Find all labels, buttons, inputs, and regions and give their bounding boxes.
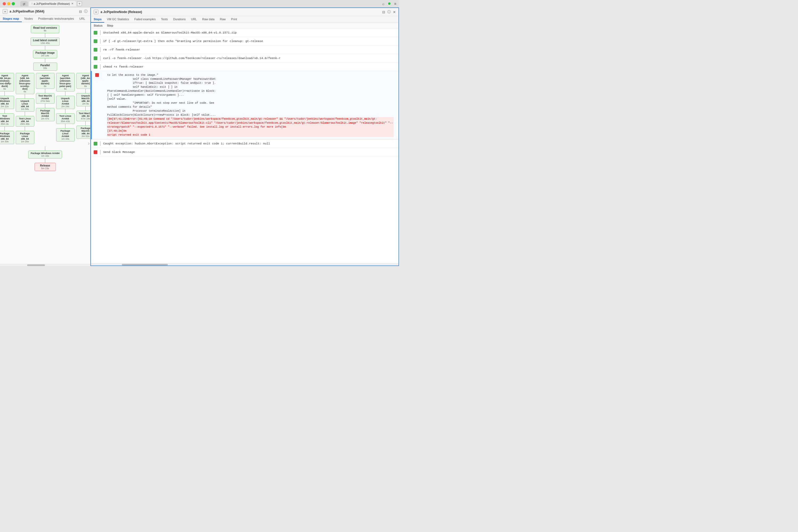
node-release[interactable]: Release 5m 23s xyxy=(35,163,56,171)
main-area: + a JcPipelineRun (9544) ⊟ ⓘ Stages map … xyxy=(0,7,399,266)
tab-steps[interactable]: Steps xyxy=(91,16,104,23)
tab-right-raw-data[interactable]: Raw data xyxy=(200,16,217,23)
tab-failed-examples[interactable]: Failed examples xyxy=(132,16,158,23)
tab-durations[interactable]: Durations xyxy=(171,16,188,23)
node-package-image[interactable]: Package image 2m 14s xyxy=(33,50,57,58)
tab-bar: gt i a JcPipelineNode (Release) ✕ + xyxy=(20,1,82,6)
status-indicator xyxy=(388,2,391,5)
step-text-4: chmod +x feenk-releaser xyxy=(103,65,396,68)
node-parallel[interactable]: Parallel 33s xyxy=(33,62,57,71)
close-traffic-light[interactable] xyxy=(3,2,6,5)
log-status-dot xyxy=(95,73,99,77)
step-text-2: rm -rf feenk-releaser xyxy=(103,48,396,51)
tab-right-url[interactable]: URL xyxy=(188,16,200,23)
node-pkg-macos-x64[interactable]: Package MacOS x86_64 2m 52s xyxy=(76,126,91,139)
node-pkg-linux-arm[interactable]: Package Linux Arm64 1m 44s xyxy=(56,128,75,141)
step-row-1[interactable]: if [ -d gt-releaser/gt-extra ] then echo… xyxy=(91,37,398,45)
connector xyxy=(65,92,65,96)
node-load-commit[interactable]: Load latest commit 13m 45s xyxy=(31,38,60,46)
pipeline-node-tab[interactable]: i a JcPipelineNode (Release) ✕ xyxy=(29,1,76,6)
node-test-linux-arm[interactable]: Test Linux Arm64 35m 43s xyxy=(56,113,75,124)
node-test-linux-x64[interactable]: Test Linux x86_64 29m 49s xyxy=(16,116,34,127)
node-test-macos-x64[interactable]: Test MacOS x86_64 47m 18s xyxy=(76,111,91,121)
node-agent-1[interactable]: Agent (x86_64-unknown-linux-gnu-scooby-d… xyxy=(16,73,34,94)
node-read-tool-versions[interactable]: Read tool versions 8s xyxy=(31,25,59,33)
right-tabs-row: Steps VM GC Statistics Failed examples T… xyxy=(91,16,398,23)
minimize-traffic-light[interactable] xyxy=(7,2,11,5)
tab-nodes[interactable]: Nodes xyxy=(22,16,36,22)
log-line-4: PharoCommandLineHandler(BasicCommandLine… xyxy=(107,90,216,93)
node-unpack-win[interactable]: Unpack Windows x86_64 2m 12s xyxy=(0,96,14,109)
menu-icon[interactable]: ≡ xyxy=(394,2,396,6)
agent-col-3: Agent (aarch64-unknown-linux-gnu-peter-p… xyxy=(56,73,75,141)
agents-row: Agent (x86_64-pc-windows-msvc-daffy-duck… xyxy=(0,73,90,144)
step-divider xyxy=(100,48,100,52)
connector xyxy=(45,146,45,151)
right-add-button[interactable]: + xyxy=(94,10,98,14)
search-icon[interactable]: ⌕ xyxy=(382,2,384,6)
tab-right-raw[interactable]: Raw xyxy=(217,16,228,23)
step-row-0[interactable]: Unstashed x86_64-apple-darwin as Glamoro… xyxy=(91,28,398,37)
node-test-win[interactable]: Test Windows x86_64 35m 3s xyxy=(0,113,14,127)
connector xyxy=(45,158,45,163)
step-row-slack[interactable]: Send Slack Message xyxy=(91,148,398,156)
node-agent-0[interactable]: Agent (x86_64-pc-windows-msvc-daffy-duck… xyxy=(0,73,14,92)
connector xyxy=(45,104,45,108)
left-scrollbar-thumb[interactable] xyxy=(27,264,45,266)
log-error-2: script returned exit code 1 xyxy=(107,133,394,137)
log-line-0: to let the access to the image." xyxy=(107,74,158,77)
tab-problematic[interactable]: Problematic tests/examples xyxy=(36,16,77,22)
app-home-tab[interactable]: gt xyxy=(20,1,28,6)
node-unpack-linux-arm[interactable]: Unpack Linux Arm64 2m 24s xyxy=(56,96,75,109)
tab-label: a JcPipelineNode (Release) xyxy=(34,2,70,5)
node-pkg-win-arm[interactable]: Package Windows Arm64 1m 16s xyxy=(28,151,62,158)
node-agent-3[interactable]: Agent (aarch64-unknown-linux-gnu-peter-p… xyxy=(56,73,75,92)
step-status-1 xyxy=(94,39,97,43)
connector xyxy=(45,89,45,93)
step-status-0 xyxy=(94,31,97,35)
connector xyxy=(25,94,25,98)
new-tab-button[interactable]: + xyxy=(77,1,82,6)
traffic-lights xyxy=(3,2,15,5)
steps-table: Status Step Unstashed x86_64-apple-darwi… xyxy=(91,23,398,263)
tab-close-button[interactable]: ✕ xyxy=(71,2,73,5)
node-unpack-macos-x64[interactable]: Unpack MacOS x86_64 2m 9s xyxy=(76,93,91,107)
right-info-icon[interactable]: ⓘ xyxy=(387,10,391,14)
tab-tests[interactable]: Tests xyxy=(158,16,171,23)
connector xyxy=(4,109,5,113)
pipeline-tree: Read tool versions 8s Load latest commit… xyxy=(3,25,88,171)
node-test-macos-arm[interactable]: Test MacOS Arm64 27m 54s xyxy=(36,93,55,104)
step-row-3[interactable]: curl -o feenk-releaser -LsS https://gith… xyxy=(91,54,398,62)
log-container: to let the access to the image." self cl… xyxy=(91,71,398,139)
step-row-4[interactable]: chmod +x feenk-releaser xyxy=(91,62,398,71)
info-icon[interactable]: ⓘ xyxy=(84,9,88,14)
node-pkg-macos-arm[interactable]: Package MacOS Arm64 2m 47s xyxy=(36,108,55,121)
tab-vm-gc[interactable]: VM GC Statistics xyxy=(104,16,132,23)
log-output[interactable]: to let the access to the image." self cl… xyxy=(105,71,396,139)
tab-url[interactable]: URL xyxy=(77,16,88,22)
book-icon[interactable]: ⊟ xyxy=(79,10,82,14)
pipeline-canvas: Read tool versions 8s Load latest commit… xyxy=(0,22,90,264)
node-agent-4[interactable]: Agent (x86_64-apple-darwin) 6s xyxy=(76,73,91,89)
step-row-caught[interactable]: Caught exception: hudson.AbortException:… xyxy=(91,139,398,148)
step-status-caught xyxy=(94,142,97,146)
maximize-traffic-light[interactable] xyxy=(12,2,15,5)
right-scrollbar[interactable] xyxy=(91,263,398,265)
step-status-2 xyxy=(94,48,97,52)
node-pkg-win[interactable]: Package Windows x86_64 1m 33s xyxy=(0,131,14,144)
node-unpack-linux-x64[interactable]: Unpack Linux x86_64 1m 58s xyxy=(16,98,34,112)
log-line-6: [self value. xyxy=(107,98,126,100)
right-scrollbar-thumb[interactable] xyxy=(122,264,168,265)
left-add-button[interactable]: + xyxy=(3,9,7,14)
tab-raw-data[interactable]: Raw data xyxy=(88,16,90,22)
tab-right-print[interactable]: Print xyxy=(228,16,240,23)
right-close-icon[interactable]: ✕ xyxy=(393,10,396,14)
right-book-icon[interactable]: ⊟ xyxy=(382,10,385,14)
node-agent-2[interactable]: Agent (aarch64-apple-darwin) 6s xyxy=(36,73,55,89)
node-pkg-linux-x64[interactable]: Package Linux x86_64 1m 25s xyxy=(16,131,34,144)
left-scrollbar[interactable] xyxy=(0,264,90,266)
step-row-2[interactable]: rm -rf feenk-releaser xyxy=(91,45,398,54)
agent-col-1: Agent (x86_64-unknown-linux-gnu-scooby-d… xyxy=(16,73,34,144)
step-text-1: if [ -d gt-releaser/gt-extra ] then echo… xyxy=(103,40,396,43)
tab-stages-map[interactable]: Stages map xyxy=(0,16,22,22)
